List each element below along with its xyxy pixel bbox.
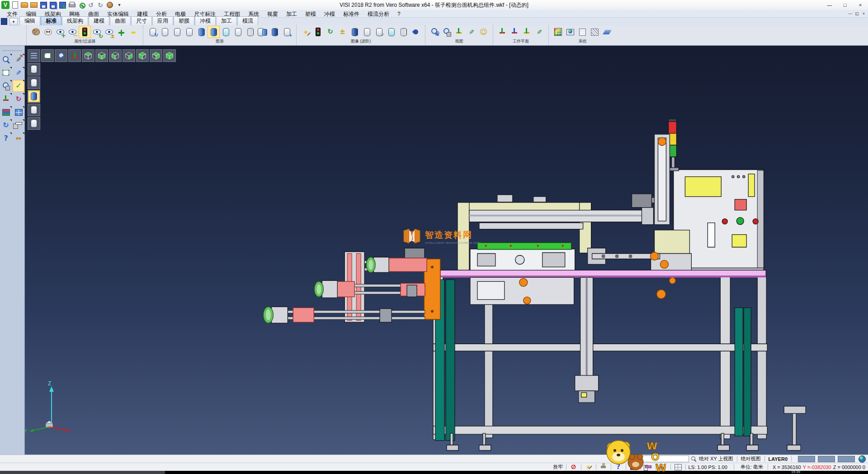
menu-item[interactable]: ? [393,11,405,17]
erase-tool[interactable] [13,54,24,65]
image-layer-clip-icon[interactable] [398,26,409,38]
zoom-window-icon[interactable] [42,51,52,61]
view-axis-icon[interactable] [453,26,465,38]
attributes-tool[interactable] [0,107,11,118]
view-front-icon[interactable] [137,51,147,61]
ribbon-tab[interactable]: 线架构 [62,16,88,25]
zoom-window-icon[interactable] [41,49,54,62]
regen-tool[interactable] [0,119,12,131]
confirm-tool[interactable] [13,81,24,91]
absolute-view-label[interactable]: 绝对视图 [741,455,761,462]
image-shield-icon[interactable] [410,26,421,38]
ucs-icon[interactable] [68,49,81,62]
doc-minimize-button[interactable]: — [847,10,854,17]
layer-outline-1-icon[interactable] [159,26,170,38]
grid-tool[interactable] [13,107,24,118]
view-front-icon[interactable] [136,49,149,62]
search-icon[interactable] [691,456,697,462]
zoom-all-icon[interactable] [429,26,440,38]
rotate-view-tool[interactable] [13,94,24,104]
image-plusminus-icon[interactable] [337,26,348,38]
ucs-icon[interactable] [70,51,80,61]
layer-item-3-icon[interactable] [28,90,40,103]
layer-item-1-icon[interactable] [29,64,39,74]
view-iso-icon[interactable] [165,51,175,61]
menu-item[interactable]: 加工 [282,11,301,17]
menu-item[interactable]: 文件 [3,11,22,17]
ribbon-tab[interactable]: 建模 [89,16,109,25]
layer-item-2-icon[interactable] [28,76,40,89]
ribbon-tab[interactable]: 应用 [152,16,173,25]
zoom-window-tool[interactable] [0,67,12,79]
attributes-tool[interactable] [0,106,12,118]
zoom-dynamic-icon[interactable] [56,51,66,61]
view-right-icon[interactable] [123,49,135,62]
help-tool[interactable] [0,133,12,144]
workplane-indicator-icon[interactable] [644,463,653,471]
ucs-move-tool[interactable] [0,94,11,104]
minimize-button[interactable]: — [822,0,837,10]
ribbon-tab[interactable]: 曲面 [110,16,131,25]
view-menu-icon[interactable] [28,49,40,62]
attribute-copy-icon[interactable] [42,26,54,38]
new-file-icon[interactable] [11,1,19,9]
doc-close-button[interactable]: × [860,10,867,17]
image-wand-icon[interactable] [300,26,311,38]
view-top-icon[interactable] [82,49,94,62]
snap-lock-label[interactable]: 拴牢 [553,464,563,470]
visibility-add-icon[interactable] [55,26,66,38]
view-bottom-icon[interactable] [95,49,108,62]
image-recycle-icon[interactable] [325,26,336,38]
menu-item[interactable]: 冲模 [320,11,339,17]
context-help-icon[interactable] [614,463,623,471]
workplane-flip-icon[interactable] [521,26,533,38]
maximize-button[interactable]: □ [837,0,853,10]
visibility-toggle-icon[interactable] [104,26,115,38]
undo-icon[interactable] [87,1,95,9]
workplane-align-icon[interactable] [509,26,520,38]
insert-file-icon[interactable] [30,1,38,9]
layer-item-2-icon[interactable] [29,78,39,88]
view-sketch-icon[interactable] [466,26,477,38]
zoom-views-tool[interactable] [0,54,11,65]
magic-select-icon[interactable] [584,463,593,471]
ribbon-tab[interactable]: 加工 [216,16,237,25]
view-left-icon[interactable] [109,49,122,62]
layer-pair-icon[interactable] [257,26,268,38]
layer-item-5-icon[interactable] [28,117,40,130]
curve-tool[interactable] [13,67,24,79]
layer-striped-icon[interactable] [245,26,256,38]
zoom-solid-tool[interactable] [0,80,12,92]
regen-tool[interactable] [0,120,11,131]
ucs-move-tool[interactable] [0,93,12,105]
ribbon-tab[interactable]: 标准 [41,16,61,25]
save-icon[interactable] [39,1,47,9]
grid-tool[interactable] [13,106,24,118]
grid-snap-icon[interactable] [674,463,683,471]
view-bottom-icon[interactable] [97,51,107,61]
erase-tool[interactable] [13,54,24,66]
menu-item[interactable]: 塑模 [301,11,320,17]
selection-filter-icon[interactable] [79,26,90,38]
system-rubik-icon[interactable] [552,26,564,38]
image-layer-check-icon[interactable] [373,26,385,38]
view-back-icon[interactable] [151,51,161,61]
stamp-icon[interactable] [599,463,608,471]
snap-lock-icon[interactable] [569,463,578,471]
image-filter-icon[interactable] [312,26,324,38]
attribute-painter-icon[interactable] [30,26,42,38]
system-sheet-icon[interactable] [577,26,588,38]
light-icon[interactable] [659,463,668,471]
toolbar-options-dropdown[interactable] [115,1,123,9]
image-layer-cyan-icon[interactable] [386,26,397,38]
system-ramp-icon[interactable] [601,26,613,38]
menu-item[interactable]: 模流分析 [363,11,393,17]
save-all-icon[interactable] [58,1,66,9]
layer-cyan-icon[interactable] [220,26,231,38]
close-button[interactable]: × [853,0,868,10]
menu-item[interactable]: 视窗 [263,11,282,17]
confirm-tool[interactable] [13,80,24,92]
ribbon-tab[interactable]: 尺寸 [131,16,152,25]
print-icon[interactable] [68,1,76,9]
workplane-create-icon[interactable] [497,26,508,38]
